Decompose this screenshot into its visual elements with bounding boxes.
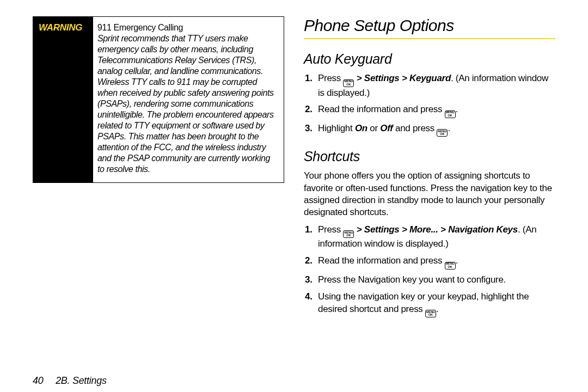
menu-ok-key-icon: MENUOK [445,111,456,118]
step-text: . [456,104,458,114]
step-text: Highlight [318,123,355,133]
section-name: 2B. Settings [56,375,106,386]
warning-label-cell: WARNING [33,17,93,182]
page-number: 40 [33,375,43,386]
step-text: . [456,255,458,266]
step-path: > Settings > Keyguard [354,73,451,83]
list-item: Press MENUOK > Settings > Keyguard. (An … [304,72,555,99]
list-item: Highlight On or Off and press MENUOK. [304,122,555,137]
left-column: WARNING 911 Emergency Calling Sprint rec… [33,16,284,364]
step-text: or [367,123,380,133]
step-text: Press [318,73,343,83]
step-path: > Settings > More... > Navigation Keys [354,224,518,235]
menu-ok-key-icon: MENUOK [425,310,436,317]
warning-box: WARNING 911 Emergency Calling Sprint rec… [33,16,284,183]
step-text: Press [318,224,343,235]
right-column: Phone Setup Options Auto Keyguard Press … [304,16,555,364]
page-footer: 40 2B. Settings [33,364,555,387]
warning-body: 911 Emergency Calling Sprint recommends … [93,17,284,182]
shortcuts-steps: Press MENUOK > Settings > More... > Navi… [304,224,555,322]
step-text: and press [393,123,437,133]
list-item: Read the information and press MENUOK. [304,255,555,270]
step-text: Read the information and press [318,255,445,266]
columns: WARNING 911 Emergency Calling Sprint rec… [33,16,555,364]
option-off: Off [380,123,393,133]
menu-ok-key-icon: MENUOK [343,79,354,87]
step-text: Read the information and press [318,104,445,114]
warning-text: Sprint recommends that TTY users make em… [97,34,274,174]
menu-ok-key-icon: MENUOK [343,230,354,238]
section-heading-phone-setup: Phone Setup Options [304,16,555,39]
list-item: Press MENUOK > Settings > More... > Navi… [304,224,555,250]
step-text: Press the Navigation key you want to con… [318,274,506,285]
option-on: On [355,123,367,133]
list-item: Read the information and press MENUOK. [304,103,555,118]
list-item: Press the Navigation key you want to con… [304,274,555,286]
menu-ok-key-icon: MENUOK [445,262,456,270]
menu-ok-key-icon: MENUOK [437,129,448,137]
warning-title: 911 Emergency Calling [97,23,183,32]
list-item: Using the navigation key or your keypad,… [304,291,555,317]
autokeyguard-steps: Press MENUOK > Settings > Keyguard. (An … [304,72,555,141]
manual-page: WARNING 911 Emergency Calling Sprint rec… [0,0,588,392]
step-text: . [436,304,438,314]
subheading-shortcuts: Shortcuts [304,149,555,164]
warning-label: WARNING [39,22,82,33]
step-text: . [448,123,450,133]
subheading-auto-keyguard: Auto Keyguard [304,51,555,67]
step-text: Using the navigation key or your keypad,… [318,291,529,314]
shortcuts-paragraph: Your phone offers you the option of assi… [304,170,555,218]
